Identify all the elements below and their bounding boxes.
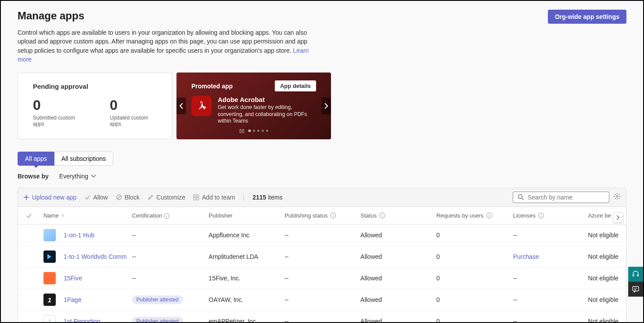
pending-approval-card: Pending approval 0 Submitted custom apps… [18,73,172,139]
column-publisher[interactable]: Publisher [209,212,284,219]
pending-title: Pending approval [33,83,157,90]
sort-up-icon: ↑ [61,212,65,219]
carousel-dot[interactable] [262,130,264,132]
cell-publishing-status: -- [284,296,360,303]
table-settings-button[interactable] [614,193,621,201]
app-icon [43,250,56,263]
table-row[interactable]: ↑1st ReportingPublisher attestedemAPPeti… [18,311,626,322]
app-name-link[interactable]: 1-to-1 Worldvds Comm [64,253,127,260]
table-header: Name ↑ Certification i Publisher Publish… [18,207,626,225]
checkmark-icon[interactable] [26,213,32,219]
column-status[interactable]: Status i [360,212,436,219]
updated-label: Updated custom apps [110,115,157,127]
svg-rect-7 [633,287,639,291]
info-icon[interactable]: i [330,213,336,218]
cell-licenses: -- [513,296,588,303]
svg-point-5 [518,195,522,199]
carousel-dot[interactable] [266,130,268,132]
carousel-dot[interactable] [248,130,251,132]
column-publishing-status[interactable]: Publishing status i [284,212,360,219]
cell-requests: 0 [436,296,513,303]
search-box[interactable] [513,192,609,203]
column-licenses[interactable]: Licenses i [513,212,588,219]
adobe-acrobat-icon [191,96,212,116]
pause-icon[interactable]: ▯▯ [239,128,245,133]
feedback-widget-button[interactable] [628,282,643,297]
app-details-button[interactable]: App details [275,80,316,91]
submitted-label: Submitted custom apps [33,115,83,127]
cell-status: Allowed [360,296,436,303]
help-widget-button[interactable] [628,267,643,282]
cell-certification: Publisher attested [132,295,209,304]
table-row[interactable]: 1-on-1 Hub--Appfluence Inc--Allowed0--No… [18,225,626,246]
scroll-right-button[interactable] [613,212,623,223]
tab-all-apps[interactable]: All apps [18,152,54,166]
page-title: Manage apps [18,10,84,22]
cell-publishing-status: -- [284,318,360,322]
info-icon[interactable]: i [538,213,544,218]
table-row[interactable]: 1-to-1 Worldvds Comm--Amplitudenet LDA--… [18,246,626,268]
cell-licenses: -- [513,275,588,282]
promo-label: Promoted app [191,83,233,90]
cell-publisher: emAPPetizer, Inc. [209,318,284,322]
cell-azure: Not eligible [588,318,626,322]
carousel-dot[interactable] [257,130,259,132]
block-label: Block [125,194,140,201]
svg-rect-1 [194,195,196,197]
app-icon: ↑ [43,315,56,322]
app-icon [43,229,56,241]
info-icon[interactable]: i [379,213,385,218]
cell-azure: Not eligible [588,232,626,239]
search-icon [518,194,524,200]
cell-certification: -- [132,253,209,260]
allow-label: Allow [93,194,108,201]
add-to-team-button[interactable]: Add to team [193,194,235,201]
carousel-prev-button[interactable] [176,98,186,114]
block-icon [116,194,122,200]
cell-publishing-status: -- [284,275,360,282]
browse-by-dropdown[interactable]: Everything [59,173,96,180]
cell-publisher: 15Five, Inc. [209,275,284,282]
org-wide-settings-button[interactable]: Org-wide app settings [548,10,626,24]
column-certification[interactable]: Certification i [132,212,209,219]
info-icon[interactable]: i [486,213,492,218]
description-text: Control which apps are available to user… [18,29,307,54]
allow-button[interactable]: Allow [84,194,108,201]
svg-point-6 [616,196,618,197]
cell-requests: 0 [436,232,513,239]
pencil-icon [148,194,154,200]
upload-new-app-button[interactable]: Upload new app [23,194,76,201]
promo-app-description: Get work done faster by editing, convert… [218,104,316,125]
table-row[interactable]: 11PagePublisher attestedOAYAW, Inc.--All… [18,289,626,311]
app-name-link[interactable]: 1st Reporting [64,318,100,322]
customize-label: Customize [156,194,185,201]
app-name-link[interactable]: 1Page [64,296,81,303]
cell-certification: -- [132,275,209,282]
certification-badge: Publisher attested [132,295,183,304]
cell-azure: Not eligible [588,275,626,282]
table-row[interactable]: 15Five--15Five, Inc.--Allowed0--Not elig… [18,268,626,289]
headset-icon [632,270,640,278]
svg-rect-2 [197,195,199,197]
cell-publisher: OAYAW, Inc. [209,296,284,303]
app-name-link[interactable]: 15Five [64,275,82,282]
info-icon[interactable]: i [164,213,169,219]
cell-publishing-status: -- [284,232,360,239]
carousel-dot[interactable] [253,130,255,132]
cell-requests: 0 [436,253,513,260]
cell-azure: Not eligible [588,296,626,303]
column-requests[interactable]: Requests by users i [436,212,513,219]
customize-button[interactable]: Customize [148,194,185,201]
carousel-next-button[interactable] [321,98,331,114]
block-button[interactable]: Block [116,194,140,201]
purchase-link[interactable]: Purchase [513,253,539,260]
column-name[interactable]: Name ↑ [40,212,132,219]
page-description: Control which apps are available to user… [18,28,316,64]
app-name-link[interactable]: 1-on-1 Hub [64,232,94,239]
search-input[interactable] [528,194,604,201]
cell-certification: Publisher attested [132,317,209,322]
tab-all-subscriptions[interactable]: All subscriptions [54,152,113,166]
certification-badge: Publisher attested [132,317,183,322]
app-icon [43,272,56,284]
svg-rect-3 [194,198,196,200]
